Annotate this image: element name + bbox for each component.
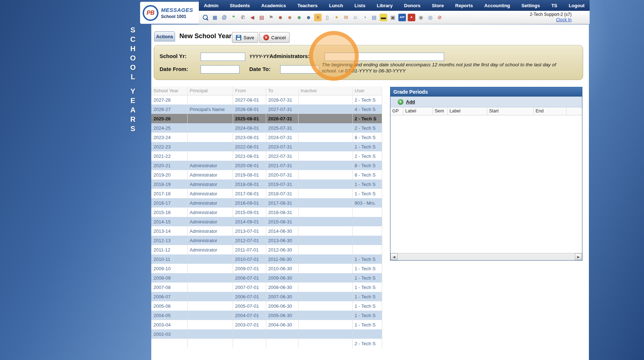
school-year-row[interactable]: 2027-282027-08-012028-07-312 - Tech S [151, 95, 382, 105]
report-list-icon[interactable]: ▤ [370, 14, 378, 21]
grade-periods-add-row: Add [390, 97, 582, 107]
device-icon[interactable]: ▯ [323, 14, 331, 21]
school-year-row[interactable]: 2016-17Administrator2016-09-012017-08-31… [151, 198, 382, 208]
calendar-event-icon[interactable]: ▤ [258, 14, 265, 21]
nav-item-logout[interactable]: Logout [569, 3, 585, 8]
school-year-row[interactable]: 2002-03 [151, 329, 382, 339]
actions-tab[interactable]: Actions [154, 31, 175, 41]
module-title-vertical: SCHOOLYEARS [127, 25, 139, 133]
person-time-icon[interactable]: ☺ [352, 14, 359, 21]
nav-item-settings[interactable]: Settings [522, 3, 540, 8]
nav-item-teachers[interactable]: Teachers [298, 3, 318, 8]
school-year-row[interactable]: 2006-072006-07-012007-06-301 - Tech S [151, 292, 382, 301]
school-year-row[interactable]: 2021-222021-08-012022-07-312 - Tech S [151, 151, 382, 161]
new-school-year-form: School Yr: YYYY-YY Administrators: Date … [154, 45, 583, 80]
add-grade-period-link[interactable]: Add [406, 99, 415, 105]
save-button[interactable]: Save [232, 32, 258, 43]
school-year-row[interactable]: 2023-242023-08-012024-07-318 - Tech S [151, 133, 382, 142]
lunch-icon[interactable]: ≡ [314, 14, 322, 21]
cancel-button[interactable]: Cancel [259, 32, 290, 43]
nav-item-reports[interactable]: Reports [455, 3, 473, 8]
school-year-row[interactable]: 2004-052004-07-012005-06-301 - Tech S [151, 311, 382, 320]
send-mail-icon[interactable]: ✉ [342, 14, 350, 21]
module-title-letter: H [127, 44, 139, 53]
school-year-row[interactable]: 2008-092008-07-012009-06-301 - Tech S [151, 273, 382, 283]
ap-badge-icon[interactable]: A/P [398, 14, 406, 21]
gp-column-header: Label [403, 107, 433, 115]
grade-periods-scrollbar[interactable] [390, 253, 582, 260]
school-year-row[interactable]: 2019-20Administrator2019-08-012020-07-31… [151, 170, 382, 179]
school-year-row[interactable]: 2015-16Administrator2015-09-012016-08-31 [151, 208, 382, 217]
nav-item-lunch[interactable]: Lunch [329, 3, 343, 8]
school-year-row[interactable]: 2009-102009-07-012010-06-301 - Tech S [151, 264, 382, 273]
content-area: Actions New School Year Save Cancel Scho… [151, 25, 589, 360]
school-year-row[interactable]: 2012-13Administrator2012-07-012013-06-30 [151, 236, 382, 245]
school-year-row[interactable]: 2007-082007-07-012008-06-301 - Tech S [151, 283, 382, 292]
school-year-row[interactable]: 2018-19Administrator2018-08-012019-07-31… [151, 179, 382, 189]
module-title-letter: A [127, 105, 139, 115]
brand-name: MESSAGES [161, 7, 193, 13]
nav-item-accounting[interactable]: Accounting [484, 3, 510, 8]
nav-item-admin[interactable]: Admin [204, 3, 218, 8]
person-red-icon[interactable]: ☻ [277, 14, 284, 21]
mobile-phone-icon[interactable]: ✆ [239, 14, 247, 21]
globe-icon[interactable]: ◉ [417, 14, 425, 21]
school-year-row[interactable]: 2013-14Administrator2013-07-012014-06-30 [151, 226, 382, 236]
school-year-row[interactable]: 2010-112010-07-012011-06-301 - Tech S [151, 254, 382, 264]
school-year-row[interactable]: 2025-262025-08-012026-07-312 - Tech S [151, 114, 382, 123]
school-year-row[interactable]: 2026-27Principal's Name2026-08-012027-07… [151, 105, 382, 114]
school-year-row[interactable]: 2003-042003-07-012004-06-301 - Tech S [151, 320, 382, 329]
person-orange-icon[interactable]: ☻ [286, 14, 294, 21]
date-from-label: Date From: [160, 66, 188, 72]
app-logo: PB MESSAGES School 1001 [140, 2, 199, 24]
nav-item-ts[interactable]: TS [551, 3, 558, 8]
id-card-icon[interactable]: ▬ [380, 14, 387, 21]
date-to-input[interactable] [280, 65, 319, 74]
school-yr-input[interactable] [201, 53, 245, 61]
school-year-row[interactable]: 2 - Tech S [151, 339, 382, 348]
email-at-icon[interactable]: @ [220, 14, 228, 21]
module-title-letter: S [127, 25, 139, 35]
timer-icon[interactable]: ◔ [361, 14, 368, 21]
search-icon[interactable] [202, 14, 209, 21]
school-year-row[interactable]: 2017-18Administrator2017-08-012018-07-31… [151, 189, 382, 198]
scroll-left-icon[interactable] [390, 253, 398, 260]
people-icon[interactable]: ☻ [305, 14, 312, 21]
logo-icon: PB [143, 5, 158, 21]
gp-column-header: Start [487, 107, 534, 115]
scroll-right-icon[interactable] [575, 253, 582, 260]
school-year-row[interactable]: 2014-15Administrator2014-09-012015-08-31 [151, 217, 382, 226]
chat-icon[interactable]: ❝ [230, 14, 237, 21]
nav-item-store[interactable]: Store [432, 3, 444, 8]
module-title-letter: O [127, 63, 139, 72]
page-title: New School Year [179, 32, 232, 40]
school-year-row[interactable]: 2022-232022-08-012023-07-311 - Tech S [151, 142, 382, 151]
column-header: From [233, 86, 266, 95]
nav-item-donors[interactable]: Donors [404, 3, 421, 8]
grade-periods-header-row: GPLabelSemLabelStartEnd [390, 107, 582, 115]
speaker-icon[interactable]: ◀ [249, 14, 256, 21]
administrators-input[interactable] [325, 53, 444, 61]
nav-item-lists[interactable]: Lists [354, 3, 365, 8]
cd-icon[interactable]: ◎ [426, 14, 434, 21]
calendar-grid-icon[interactable]: ▦ [211, 14, 219, 21]
person-green-icon[interactable]: ☻ [295, 14, 303, 21]
gp-column-header: Sem [433, 107, 448, 115]
nav-item-academics[interactable]: Academics [261, 3, 286, 8]
add-plus-icon [398, 99, 403, 105]
megaphone-icon[interactable]: ⚑ [267, 14, 275, 21]
nav-item-students[interactable]: Students [230, 3, 250, 8]
school-year-row[interactable]: 2005-062005-07-012006-06-301 - Tech S [151, 301, 382, 311]
school-year-row[interactable]: 2024-252024-08-012025-07-312 - Tech S [151, 123, 382, 133]
clock-in-link[interactable]: Clock In [556, 17, 572, 22]
date-from-input[interactable] [201, 65, 240, 74]
stop-icon[interactable]: ⊘ [436, 14, 443, 21]
cancel-icon [263, 35, 269, 40]
award-icon[interactable]: ✦ [333, 14, 340, 21]
school-year-row[interactable]: 2011-12Administrator2011-07-012012-06-30 [151, 245, 382, 254]
school-yr-format-hint: YYYY-YY [249, 54, 269, 59]
nav-item-library[interactable]: Library [377, 3, 393, 8]
pdf-icon[interactable]: A [408, 14, 415, 21]
print-icon[interactable]: ▣ [389, 14, 397, 21]
school-year-row[interactable]: 2020-21Administrator2020-08-012021-07-31… [151, 161, 382, 170]
